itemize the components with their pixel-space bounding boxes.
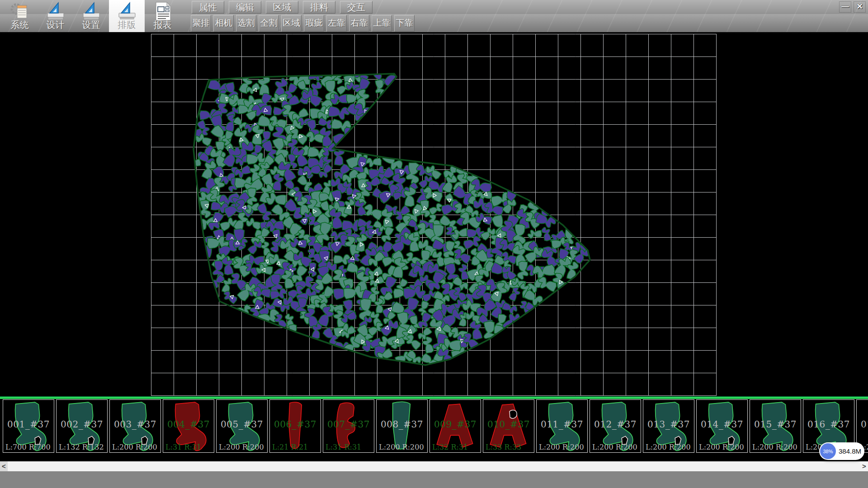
piece-thumbnail[interactable]: 015_#37L:200 R:200 bbox=[750, 399, 801, 453]
scroll-left-arrow[interactable]: < bbox=[0, 461, 8, 471]
piece-name: 016_#37 bbox=[803, 419, 854, 430]
close-button[interactable]: ✕ bbox=[854, 1, 866, 13]
tool-button-1[interactable]: 聚排 bbox=[191, 15, 211, 32]
piece-name: 011_#37 bbox=[537, 419, 587, 430]
main-button-2[interactable]: 设计 bbox=[38, 0, 73, 32]
window-controls: — ✕ bbox=[839, 1, 866, 13]
main-button-5[interactable]: 报表 bbox=[145, 0, 180, 32]
tool-button-7[interactable]: 左靠 bbox=[326, 15, 347, 32]
panel-separator bbox=[0, 396, 868, 399]
piece-name: 015_#37 bbox=[750, 419, 801, 430]
piece-lr-count: L:21 R:21 bbox=[272, 443, 308, 451]
nesting-canvas[interactable] bbox=[0, 33, 868, 396]
piece-name: 006_#37 bbox=[270, 419, 321, 430]
menu-tab-2[interactable]: 编辑 bbox=[229, 1, 261, 14]
piece-lr-count: L:700 R:700 bbox=[5, 443, 51, 451]
bottom-strip bbox=[0, 471, 868, 488]
menu-tab-5[interactable]: 交互 bbox=[340, 1, 373, 14]
design-ruler-icon bbox=[45, 1, 66, 21]
main-button-label: 设置 bbox=[73, 19, 109, 31]
piece-name: 004_#37 bbox=[163, 419, 214, 430]
progress-percent: 38% bbox=[823, 449, 833, 454]
piece-name: 014_#37 bbox=[697, 419, 747, 430]
tool-button-5[interactable]: 区域 bbox=[281, 15, 302, 32]
progress-circle: 38% bbox=[820, 443, 836, 459]
piece-thumbnail[interactable]: 012_#37L:200 R:200 bbox=[590, 399, 641, 453]
scroll-right-arrow[interactable]: > bbox=[860, 461, 868, 471]
tool-button-8[interactable]: 右靠 bbox=[349, 15, 369, 32]
menu-tab-3[interactable]: 区域 bbox=[266, 1, 298, 14]
piece-name: 001_#37 bbox=[3, 419, 54, 430]
toolbar: 系统设计设置排版报表 属性编辑区域排料交互 聚排相机选割全割区域瑕疵左靠右靠上靠… bbox=[0, 0, 868, 33]
main-buttons: 系统设计设置排版报表 bbox=[2, 0, 180, 32]
piece-thumbnail[interactable]: 004_#37L:31 R:31 bbox=[163, 399, 214, 453]
piece-lr-count: L:31 R:31 bbox=[326, 443, 361, 451]
main-button-label: 设计 bbox=[38, 19, 73, 31]
piece-lr-count: L:200 R:200 bbox=[752, 443, 797, 451]
piece-thumbnail[interactable]: 007_#37L:31 R:31 bbox=[323, 399, 374, 453]
nesting-app-window: 系统设计设置排版报表 属性编辑区域排料交互 聚排相机选割全割区域瑕疵左靠右靠上靠… bbox=[0, 0, 868, 488]
piece-thumbnail-strip: 001_#37L:700 R:700002_#37L:132 R:132003_… bbox=[0, 399, 868, 453]
menu-tab-1[interactable]: 属性 bbox=[192, 1, 224, 14]
menu-tabs: 属性编辑区域排料交互 bbox=[192, 1, 373, 14]
piece-name: 017_#37 bbox=[857, 419, 868, 430]
piece-lr-count: L:200 R:200 bbox=[219, 443, 264, 451]
menu-tab-4[interactable]: 排料 bbox=[303, 1, 335, 14]
system-gear-icon bbox=[9, 1, 30, 21]
piece-lr-count: L:132 R:132 bbox=[59, 443, 104, 451]
minimize-button[interactable]: — bbox=[839, 1, 851, 13]
piece-name: 013_#37 bbox=[643, 419, 694, 430]
piece-name: 005_#37 bbox=[217, 419, 267, 430]
piece-name: 010_#37 bbox=[483, 419, 534, 430]
tool-button-6[interactable]: 瑕疵 bbox=[304, 15, 324, 32]
piece-thumbnail[interactable]: 013_#37L:200 R:200 bbox=[643, 399, 694, 453]
tool-button-10[interactable]: 下靠 bbox=[394, 15, 415, 32]
status-badge: 38% 384.8M bbox=[819, 442, 864, 460]
piece-lr-count: L:200 R:200 bbox=[646, 443, 691, 451]
piece-name: 003_#37 bbox=[110, 419, 160, 430]
main-button-label: 排版 bbox=[109, 19, 145, 31]
main-button-label: 系统 bbox=[2, 19, 38, 31]
piece-name: 009_#37 bbox=[430, 419, 481, 430]
piece-name: 008_#37 bbox=[377, 419, 427, 430]
main-button-4[interactable]: 排版 bbox=[109, 0, 145, 32]
piece-thumbnail[interactable]: 011_#37L:200 R:200 bbox=[536, 399, 588, 453]
piece-thumbnail[interactable]: 005_#37L:200 R:200 bbox=[216, 399, 268, 453]
tool-button-2[interactable]: 相机 bbox=[213, 15, 234, 32]
tool-buttons: 聚排相机选割全割区域瑕疵左靠右靠上靠下靠 bbox=[191, 15, 415, 31]
piece-name: 007_#37 bbox=[323, 419, 374, 430]
piece-thumbnail[interactable]: 003_#37L:200 R:200 bbox=[109, 399, 161, 453]
tool-button-4[interactable]: 全割 bbox=[259, 15, 279, 32]
piece-lr-count: L:32 R:31 bbox=[432, 443, 468, 451]
piece-thumbnail[interactable]: 008_#37L:200 R:200 bbox=[376, 399, 428, 453]
piece-lr-count: L:31 R:31 bbox=[165, 443, 201, 451]
piece-thumbnail[interactable]: 006_#37L:21 R:21 bbox=[269, 399, 321, 453]
piece-lr-count: L:33 R:33 bbox=[486, 443, 521, 451]
main-button-label: 报表 bbox=[145, 19, 180, 31]
piece-name: 012_#37 bbox=[590, 419, 641, 430]
layout-ruler-icon bbox=[117, 1, 137, 21]
piece-thumbnail[interactable]: 001_#37L:700 R:700 bbox=[3, 399, 54, 453]
main-button-3[interactable]: 设置 bbox=[73, 0, 109, 32]
piece-thumbnail[interactable]: 009_#37L:32 R:31 bbox=[429, 399, 481, 453]
memory-indicator: 384.8M bbox=[839, 447, 861, 455]
main-button-1[interactable]: 系统 bbox=[2, 0, 38, 32]
piece-lr-count: L:200 R:200 bbox=[112, 443, 157, 451]
piece-thumbnail[interactable]: 014_#37L:200 R:200 bbox=[696, 399, 748, 453]
report-doc-icon bbox=[152, 1, 173, 21]
piece-lr-count: L:200 R:200 bbox=[592, 443, 637, 451]
piece-lr-count: L:200 R:200 bbox=[379, 443, 424, 451]
piece-lr-count: L:200 R:200 bbox=[539, 443, 584, 451]
tool-button-9[interactable]: 上靠 bbox=[372, 15, 392, 32]
piece-lr-count: L:200 R:200 bbox=[699, 443, 744, 451]
piece-name: 002_#37 bbox=[57, 419, 107, 430]
horizontal-scrollbar[interactable]: < > bbox=[0, 461, 868, 471]
piece-thumbnail[interactable]: 002_#37L:132 R:132 bbox=[56, 399, 108, 453]
settings-ruler-icon bbox=[81, 1, 102, 21]
piece-thumbnail[interactable]: 010_#37L:33 R:33 bbox=[483, 399, 534, 453]
tool-button-3[interactable]: 选割 bbox=[236, 15, 256, 32]
